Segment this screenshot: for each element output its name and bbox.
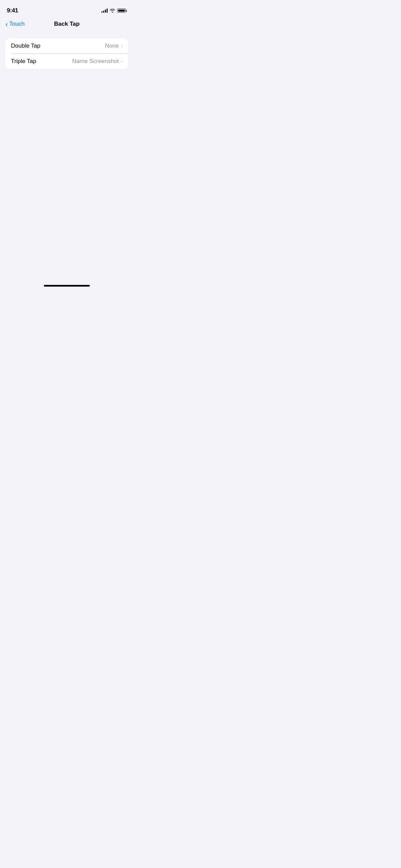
nav-bar: ‹ Touch Back Tap	[0, 16, 134, 32]
back-chevron-icon: ‹	[5, 21, 8, 27]
settings-group: Double Tap None › Triple Tap Name Screen…	[5, 38, 128, 69]
signal-bar-2	[103, 11, 104, 13]
battery-icon	[117, 9, 127, 13]
double-tap-label: Double Tap	[11, 43, 40, 49]
triple-tap-row[interactable]: Triple Tap Name Screenshot ›	[5, 54, 128, 69]
triple-tap-label: Triple Tap	[11, 58, 36, 65]
settings-content: Double Tap None › Triple Tap Name Screen…	[0, 32, 134, 69]
wifi-icon	[110, 9, 115, 13]
battery-tip	[126, 10, 127, 12]
double-tap-row[interactable]: Double Tap None ›	[5, 38, 128, 53]
home-indicator	[44, 285, 90, 287]
battery-body	[117, 9, 126, 13]
signal-bar-4	[107, 9, 108, 13]
triple-tap-value: Name Screenshot	[72, 58, 119, 65]
status-icons	[101, 9, 127, 13]
triple-tap-right: Name Screenshot ›	[72, 58, 123, 65]
signal-bar-1	[101, 11, 102, 13]
triple-tap-chevron-icon: ›	[121, 58, 123, 64]
double-tap-value: None	[105, 43, 119, 49]
double-tap-right: None ›	[105, 43, 123, 49]
signal-bar-3	[105, 10, 106, 13]
double-tap-chevron-icon: ›	[121, 43, 123, 49]
status-time: 9:41	[7, 7, 18, 14]
battery-fill	[118, 10, 125, 12]
back-label: Touch	[9, 21, 25, 27]
nav-title: Back Tap	[54, 21, 80, 27]
back-button[interactable]: ‹ Touch	[5, 21, 25, 27]
signal-icon	[101, 9, 108, 13]
status-bar: 9:41	[0, 0, 134, 16]
